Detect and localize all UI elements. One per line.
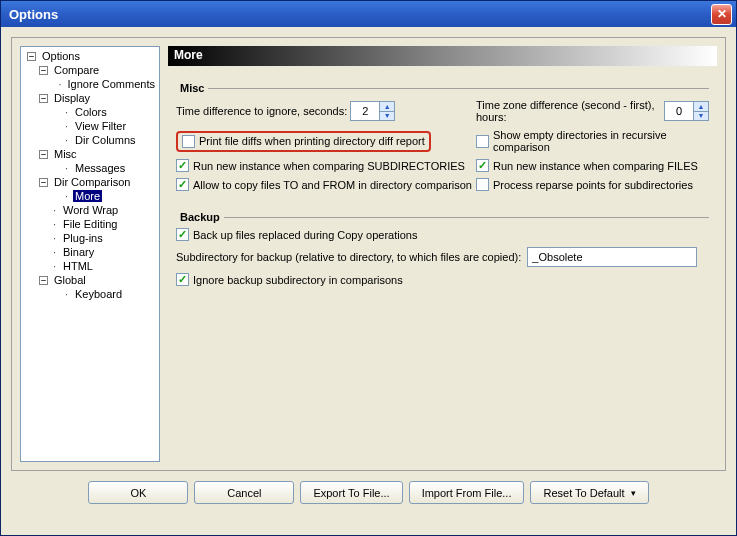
- allow-copy-checkbox[interactable]: [176, 178, 189, 191]
- time-diff-input[interactable]: [351, 102, 379, 120]
- tree-binary[interactable]: ·Binary: [21, 245, 159, 259]
- tree-dir-columns[interactable]: ·Dir Columns: [21, 133, 159, 147]
- tree-view-filter[interactable]: ·View Filter: [21, 119, 159, 133]
- highlighted-option: Print file diffs when printing directory…: [176, 131, 431, 152]
- subdir-label: Subdirectory for backup (relative to dir…: [176, 251, 521, 263]
- tree-html[interactable]: ·HTML: [21, 259, 159, 273]
- reparse-label: Process reparse points for subdirectorie…: [493, 179, 693, 191]
- options-tree[interactable]: −Options −Compare ·Ignore Comments −Disp…: [20, 46, 160, 462]
- tree-misc[interactable]: −Misc: [21, 147, 159, 161]
- tree-colors[interactable]: ·Colors: [21, 105, 159, 119]
- tree-messages[interactable]: ·Messages: [21, 161, 159, 175]
- panel-body: Misc Time difference to ignore, seconds:…: [168, 66, 717, 462]
- collapse-icon[interactable]: −: [39, 276, 48, 285]
- spin-down-icon[interactable]: ▼: [693, 112, 708, 121]
- tree-dir-comparison[interactable]: −Dir Comparison: [21, 175, 159, 189]
- tree-more[interactable]: ·More: [21, 189, 159, 203]
- run-new-sub-label: Run new instance when comparing SUBDIREC…: [193, 160, 465, 172]
- tree-file-editing[interactable]: ·File Editing: [21, 217, 159, 231]
- misc-group-label: Misc: [176, 82, 208, 94]
- tree-compare[interactable]: −Compare: [21, 63, 159, 77]
- spin-up-icon[interactable]: ▲: [379, 102, 394, 112]
- collapse-icon[interactable]: −: [39, 178, 48, 187]
- tree-ignore-comments[interactable]: ·Ignore Comments: [21, 77, 159, 91]
- time-diff-label: Time difference to ignore, seconds:: [176, 105, 347, 117]
- ok-button[interactable]: OK: [88, 481, 188, 504]
- spin-down-icon[interactable]: ▼: [379, 112, 394, 121]
- tz-label: Time zone difference (second - first), h…: [476, 99, 661, 123]
- right-panel: More Misc Time difference to ignore, sec…: [168, 46, 717, 462]
- print-diffs-checkbox[interactable]: [182, 135, 195, 148]
- spin-up-icon[interactable]: ▲: [693, 102, 708, 112]
- backup-replaced-label: Back up files replaced during Copy opera…: [193, 229, 417, 241]
- export-button[interactable]: Export To File...: [300, 481, 402, 504]
- print-diffs-label: Print file diffs when printing directory…: [199, 135, 425, 147]
- reparse-checkbox[interactable]: [476, 178, 489, 191]
- titlebar: Options ✕: [1, 1, 736, 27]
- divider: [176, 217, 709, 218]
- tree-display[interactable]: −Display: [21, 91, 159, 105]
- ignore-backup-checkbox[interactable]: [176, 273, 189, 286]
- tree-keyboard[interactable]: ·Keyboard: [21, 287, 159, 301]
- reset-button[interactable]: Reset To Default▾: [530, 481, 648, 504]
- window-title: Options: [5, 7, 711, 22]
- subdir-input[interactable]: [527, 247, 697, 267]
- tree-global[interactable]: −Global: [21, 273, 159, 287]
- dropdown-icon: ▾: [631, 488, 636, 498]
- button-row: OK Cancel Export To File... Import From …: [11, 481, 726, 504]
- allow-copy-label: Allow to copy files TO and FROM in direc…: [193, 179, 472, 191]
- tree-root[interactable]: −Options: [21, 49, 159, 63]
- collapse-icon[interactable]: −: [39, 150, 48, 159]
- collapse-icon[interactable]: −: [39, 94, 48, 103]
- ignore-backup-label: Ignore backup subdirectory in comparison…: [193, 274, 403, 286]
- tree-plugins[interactable]: ·Plug-ins: [21, 231, 159, 245]
- run-new-files-label: Run new instance when comparing FILES: [493, 160, 698, 172]
- tree-word-wrap[interactable]: ·Word Wrap: [21, 203, 159, 217]
- run-new-sub-checkbox[interactable]: [176, 159, 189, 172]
- collapse-icon[interactable]: −: [27, 52, 36, 61]
- close-button[interactable]: ✕: [711, 4, 732, 25]
- collapse-icon[interactable]: −: [39, 66, 48, 75]
- cancel-button[interactable]: Cancel: [194, 481, 294, 504]
- show-empty-checkbox[interactable]: [476, 135, 489, 148]
- panel-header: More: [168, 46, 717, 66]
- divider: [176, 88, 709, 89]
- import-button[interactable]: Import From File...: [409, 481, 525, 504]
- tz-input[interactable]: [665, 102, 693, 120]
- backup-group-label: Backup: [176, 211, 224, 223]
- content-area: −Options −Compare ·Ignore Comments −Disp…: [1, 27, 736, 535]
- backup-replaced-checkbox[interactable]: [176, 228, 189, 241]
- main-panel: −Options −Compare ·Ignore Comments −Disp…: [11, 37, 726, 471]
- tz-spinner[interactable]: ▲▼: [664, 101, 709, 121]
- run-new-files-checkbox[interactable]: [476, 159, 489, 172]
- show-empty-label: Show empty directories in recursive comp…: [493, 129, 709, 153]
- time-diff-spinner[interactable]: ▲▼: [350, 101, 395, 121]
